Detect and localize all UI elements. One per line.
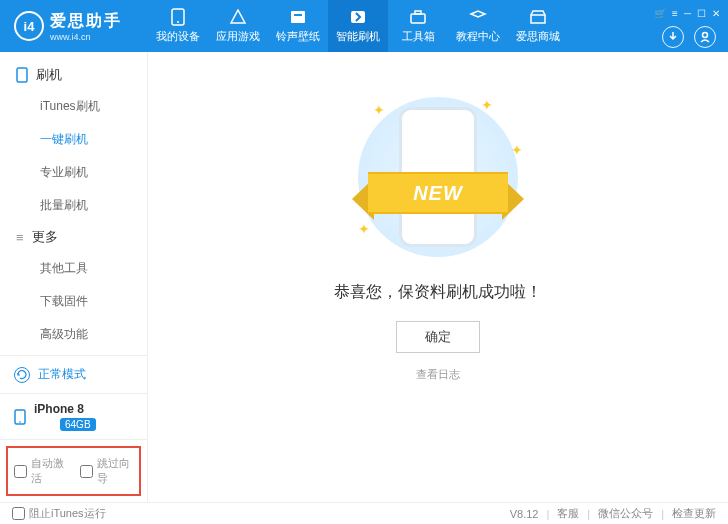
phone-icon [16, 67, 28, 83]
svg-rect-2 [291, 11, 305, 23]
checkbox-auto-activate[interactable]: 自动激活 [14, 456, 68, 486]
refresh-icon [14, 367, 30, 383]
link-update[interactable]: 检查更新 [672, 506, 716, 521]
mode-label: 正常模式 [38, 366, 86, 383]
svg-point-1 [177, 21, 179, 23]
nav-my-device[interactable]: 我的设备 [148, 0, 208, 52]
apps-icon [228, 8, 248, 26]
phone-icon [14, 409, 26, 425]
store-icon [528, 8, 548, 26]
app-url: www.i4.cn [50, 32, 122, 42]
device-icon [168, 8, 188, 26]
nav-label: 应用游戏 [216, 29, 260, 44]
flash-icon [348, 8, 368, 26]
toolbox-icon [408, 8, 428, 26]
close-icon[interactable]: ✕ [712, 8, 720, 19]
cart-icon[interactable]: 🛒 [654, 8, 666, 19]
svg-rect-4 [351, 11, 365, 23]
success-illustration: ✦ ✦ ✦ ✦ NEW [343, 92, 533, 262]
window-controls: 🛒 ≡ ─ ☐ ✕ [654, 4, 728, 19]
app-header: i4 爱思助手 www.i4.cn 我的设备 应用游戏 铃声壁纸 智能刷机 工具… [0, 0, 728, 52]
logo: i4 爱思助手 www.i4.cn [0, 11, 148, 42]
sidebar-item-pro-flash[interactable]: 专业刷机 [0, 156, 147, 189]
minimize-icon[interactable]: ─ [684, 8, 691, 19]
user-icon[interactable] [694, 26, 716, 48]
maximize-icon[interactable]: ☐ [697, 8, 706, 19]
device-name: iPhone 8 [34, 402, 96, 416]
checkbox-skip-guide[interactable]: 跳过向导 [80, 456, 134, 486]
more-icon: ≡ [16, 230, 24, 245]
highlighted-options: 自动激活 跳过向导 [6, 446, 141, 496]
nav-label: 铃声壁纸 [276, 29, 320, 44]
nav-label: 爱思商城 [516, 29, 560, 44]
app-name: 爱思助手 [50, 11, 122, 32]
ok-button[interactable]: 确定 [396, 321, 480, 353]
checkbox-label: 阻止iTunes运行 [29, 506, 106, 521]
main-content: ✦ ✦ ✦ ✦ NEW 恭喜您，保资料刷机成功啦！ 确定 查看日志 [148, 52, 728, 502]
nav-ringtones[interactable]: 铃声壁纸 [268, 0, 328, 52]
sidebar-item-other-tools[interactable]: 其他工具 [0, 252, 147, 285]
nav-store[interactable]: 爱思商城 [508, 0, 568, 52]
logo-icon: i4 [14, 11, 44, 41]
checkbox-label: 自动激活 [31, 456, 68, 486]
nav-label: 智能刷机 [336, 29, 380, 44]
nav-flash[interactable]: 智能刷机 [328, 0, 388, 52]
svg-rect-5 [411, 14, 425, 23]
svg-point-8 [703, 33, 708, 38]
svg-rect-9 [17, 68, 27, 82]
sidebar-item-batch-flash[interactable]: 批量刷机 [0, 189, 147, 222]
status-bar: 阻止iTunes运行 V8.12 | 客服 | 微信公众号 | 检查更新 [0, 502, 728, 524]
download-icon[interactable] [662, 26, 684, 48]
menu-icon[interactable]: ≡ [672, 8, 678, 19]
sidebar-group-more[interactable]: ≡ 更多 [0, 222, 147, 252]
sidebar-group-flash[interactable]: 刷机 [0, 60, 147, 90]
sidebar-group-label: 刷机 [36, 66, 62, 84]
nav-toolbox[interactable]: 工具箱 [388, 0, 448, 52]
device-mode[interactable]: 正常模式 [0, 356, 147, 394]
nav-label: 工具箱 [402, 29, 435, 44]
nav-label: 我的设备 [156, 29, 200, 44]
sidebar-item-download-firmware[interactable]: 下载固件 [0, 285, 147, 318]
link-wechat[interactable]: 微信公众号 [598, 506, 653, 521]
sidebar-item-itunes-flash[interactable]: iTunes刷机 [0, 90, 147, 123]
checkbox-block-itunes[interactable]: 阻止iTunes运行 [12, 506, 106, 521]
svg-rect-3 [294, 14, 302, 16]
link-support[interactable]: 客服 [557, 506, 579, 521]
nav-label: 教程中心 [456, 29, 500, 44]
svg-rect-7 [531, 15, 545, 23]
view-log-link[interactable]: 查看日志 [416, 367, 460, 382]
tutorial-icon [468, 8, 488, 26]
sidebar: 刷机 iTunes刷机 一键刷机 专业刷机 批量刷机 ≡ 更多 其他工具 下载固… [0, 52, 148, 502]
top-nav: 我的设备 应用游戏 铃声壁纸 智能刷机 工具箱 教程中心 爱思商城 [148, 0, 654, 52]
sidebar-group-label: 更多 [32, 228, 58, 246]
svg-rect-6 [415, 11, 421, 14]
ribbon-text: NEW [368, 172, 508, 214]
sidebar-item-oneclick-flash[interactable]: 一键刷机 [0, 123, 147, 156]
svg-point-11 [19, 421, 21, 423]
checkbox-label: 跳过向导 [97, 456, 134, 486]
device-info[interactable]: iPhone 8 64GB [0, 394, 147, 440]
device-storage-badge: 64GB [60, 418, 96, 431]
success-message: 恭喜您，保资料刷机成功啦！ [334, 282, 542, 303]
nav-apps[interactable]: 应用游戏 [208, 0, 268, 52]
ringtone-icon [288, 8, 308, 26]
version-label: V8.12 [510, 508, 539, 520]
nav-tutorials[interactable]: 教程中心 [448, 0, 508, 52]
sidebar-item-advanced[interactable]: 高级功能 [0, 318, 147, 351]
